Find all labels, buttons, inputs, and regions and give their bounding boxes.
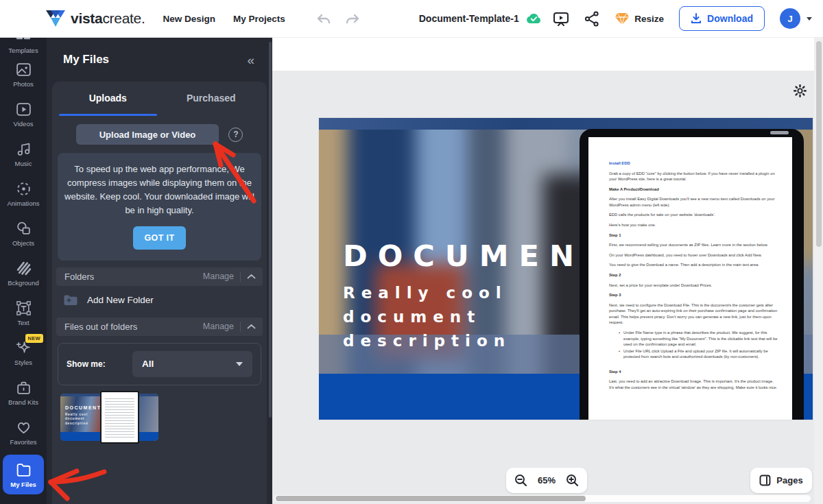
show-me-filter: Show me: All (58, 343, 261, 385)
present-icon[interactable] (553, 11, 569, 27)
share-icon[interactable] (584, 11, 599, 27)
document-text-block: On your WordPress dashboard, you need to… (609, 252, 778, 259)
photos-icon (15, 61, 32, 78)
videos-icon (15, 101, 32, 118)
add-new-folder-button[interactable]: Add New Folder (56, 286, 263, 315)
vertical-scrollbar[interactable] (814, 38, 823, 504)
collapse-panel-icon[interactable]: « (247, 53, 254, 67)
document-text-block: Step 4 (609, 369, 778, 375)
sidebar-item-favorites[interactable]: Favorites (2, 412, 45, 452)
new-badge: NEW (25, 334, 43, 343)
document-text-block: After you install Easy Digital Downloads… (609, 196, 778, 208)
vistacreate-logo[interactable]: vistacreate. (45, 10, 145, 28)
compression-notice: To speed up the web app performance, We … (58, 153, 261, 261)
pages-button[interactable]: Pages (750, 468, 812, 493)
sidebar-item-animations[interactable]: Animations (2, 173, 45, 213)
got-it-button[interactable]: GOT IT (133, 226, 185, 250)
horizontal-scrollbar[interactable] (274, 495, 811, 502)
tab-purchased[interactable]: Purchased (160, 82, 263, 115)
horizontal-scrollbar-thumb[interactable] (276, 496, 586, 501)
account-menu[interactable]: J (780, 8, 812, 29)
design-page[interactable]: DOCUMENT Really cool document descriptio… (319, 118, 813, 420)
document-text-block: Make A Product/Download (609, 187, 778, 193)
thumbnail-subtitle: Really cool document description (65, 413, 88, 427)
avatar[interactable]: J (780, 8, 800, 29)
chevron-down-icon (236, 362, 243, 366)
new-design-link[interactable]: New Design (163, 14, 216, 24)
sidebar-item-videos[interactable]: Videos (2, 94, 45, 134)
tablet-camera-notch (770, 131, 789, 134)
zoom-level[interactable]: 65% (538, 475, 556, 485)
design-top-stripe (319, 118, 813, 130)
document-text-block: Next, set a price for your template unde… (609, 283, 778, 289)
saved-cloud-icon (526, 12, 542, 25)
sidebar-item-background[interactable]: Bckground (2, 253, 45, 293)
upload-image-or-video-button[interactable]: Upload Image or Video (76, 124, 219, 145)
download-icon (691, 13, 702, 24)
design-subtitle-text[interactable]: Really cool document description (343, 281, 511, 353)
resize-button[interactable]: Resize (615, 12, 664, 25)
files-manage-link[interactable]: Manage (203, 322, 234, 331)
files-out-of-folders-header: Files out of folders Manage (56, 317, 263, 336)
document-text-block: Grab a copy of EDD "core" by clicking th… (609, 171, 778, 182)
panel-scrollbar[interactable] (269, 42, 272, 418)
tab-uploads[interactable]: Uploads (56, 82, 160, 115)
folders-manage-link[interactable]: Manage (203, 272, 234, 281)
gear-icon[interactable] (794, 84, 807, 97)
top-navbar: vistacreate. New Design My Projects Docu… (0, 0, 823, 38)
pages-icon (759, 475, 771, 486)
document-text-block: Step 3 (609, 292, 778, 298)
add-folder-icon (63, 294, 78, 307)
document-text-block: First, we recommend selling your documen… (609, 242, 778, 248)
filter-dropdown[interactable]: All (132, 351, 252, 377)
zoom-in-icon[interactable] (566, 474, 579, 487)
my-projects-link[interactable]: My Projects (233, 14, 285, 24)
left-sidebar: Templates Photos Videos Music (0, 38, 47, 504)
my-files-panel: My Files « Uploads Purchased Upload Imag… (47, 38, 272, 504)
vertical-scrollbar-thumb[interactable] (816, 41, 822, 247)
files-collapse-icon[interactable] (247, 324, 256, 329)
editor-canvas[interactable]: DOCUMENT Really cool document descriptio… (272, 38, 823, 504)
document-text-block: Step 2 (609, 272, 778, 278)
undo-icon[interactable] (315, 12, 332, 25)
zoom-out-icon[interactable] (514, 474, 527, 487)
zoom-controls: 65% (506, 468, 587, 493)
document-page: Install EDD Grab a copy of EDD "core" by… (588, 137, 792, 420)
document-text-block: Last, you need to add an attractive Down… (609, 379, 778, 390)
thumbnail-title: DOCUMENT (65, 405, 101, 410)
folders-collapse-icon[interactable] (247, 274, 256, 279)
vistacreate-logo-icon (45, 10, 66, 28)
document-content: Install EDD Grab a copy of EDD "core" by… (588, 137, 792, 391)
sidebar-item-templates[interactable]: Templates (2, 38, 45, 54)
sidebar-item-photos[interactable]: Photos (2, 54, 45, 94)
uploaded-file-thumbnail[interactable]: DOCUMENT Really cool document descriptio… (60, 394, 158, 441)
sidebar-item-my-files[interactable]: My Files (3, 455, 44, 494)
help-icon[interactable]: ? (228, 128, 243, 142)
my-files-folder-icon (15, 461, 32, 479)
sidebar-item-brand-kits[interactable]: Brand Kits (2, 372, 45, 412)
design-title-text[interactable]: DOCUMENT (343, 239, 615, 273)
document-title[interactable]: Document-Template-1 (419, 13, 519, 24)
tablet-mockup: Install EDD Grab a copy of EDD "core" by… (580, 129, 804, 420)
logo-text: vistacreate. (71, 10, 145, 27)
sidebar-item-text[interactable]: Text (2, 293, 45, 333)
document-text-block: Install EDD (609, 160, 778, 167)
download-button[interactable]: Download (679, 6, 765, 31)
animations-icon (15, 180, 32, 197)
document-text-block: Step 1 (609, 232, 778, 239)
templates-icon (15, 38, 32, 45)
brand-kits-icon (15, 379, 32, 396)
document-text-block: Under File URL click Upload a File and u… (619, 348, 778, 360)
notice-text: To speed up the web app performance, We … (64, 163, 254, 218)
document-text-block: Here's how you make one. (609, 222, 778, 228)
objects-icon (15, 220, 32, 237)
sidebar-item-styles[interactable]: NEW Styles (2, 333, 45, 372)
document-text-block: You need to give the Download a name. Th… (609, 262, 778, 268)
document-text-block: Under File Name type in a phrase that de… (619, 330, 778, 348)
sidebar-item-music[interactable]: Music (2, 134, 45, 173)
redo-icon[interactable] (344, 12, 361, 25)
context-toolbar (272, 38, 823, 71)
text-icon (15, 300, 32, 317)
favorites-heart-icon (15, 419, 32, 436)
sidebar-item-objects[interactable]: Objects (2, 213, 45, 253)
